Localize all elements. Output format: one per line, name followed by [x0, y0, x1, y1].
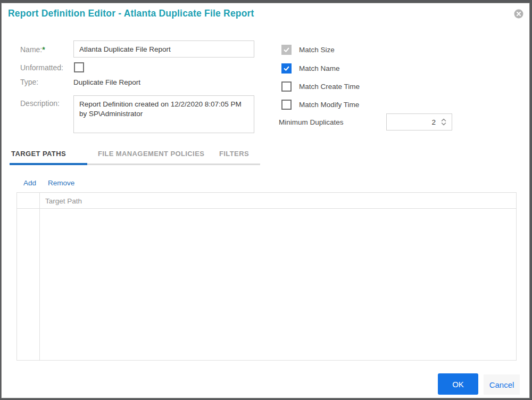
report-definition-editor-dialog: Report Definition Editor - Atlanta Dupli…: [1, 3, 530, 398]
remove-link[interactable]: Remove: [48, 179, 74, 187]
active-tab-underline: [10, 163, 87, 165]
tab-target-paths[interactable]: TARGET PATHS: [11, 150, 66, 158]
target-path-table: Target Path: [16, 192, 517, 361]
minimum-duplicates-spinner[interactable]: 2: [386, 113, 452, 130]
type-value: Duplicate File Report: [73, 78, 140, 86]
match-modify-time-row: Match Modify Time: [281, 99, 359, 110]
match-create-time-checkbox[interactable]: [281, 81, 292, 92]
tab-file-management-policies[interactable]: FILE MANAGEMENT POLICIES: [98, 150, 204, 158]
name-label: Name:*: [20, 45, 45, 54]
spinner-arrows-icon[interactable]: [441, 118, 446, 126]
description-label: Description:: [20, 99, 60, 108]
target-path-table-body[interactable]: [40, 209, 516, 360]
name-input[interactable]: [73, 40, 254, 58]
dialog-title: Report Definition Editor - Atlanta Dupli…: [8, 8, 254, 19]
match-size-row: Match Size: [281, 44, 335, 55]
match-size-checkbox[interactable]: [281, 45, 292, 55]
match-create-time-row: Match Create Time: [281, 81, 360, 92]
table-header-row: [17, 193, 516, 209]
unformatted-checkbox[interactable]: [74, 62, 84, 72]
required-indicator: *: [42, 45, 45, 54]
ok-button[interactable]: OK: [438, 373, 478, 395]
match-name-row: Match Name: [281, 63, 340, 74]
add-link[interactable]: Add: [23, 179, 36, 187]
cancel-button[interactable]: Cancel: [484, 374, 520, 395]
match-modify-time-label: Match Modify Time: [299, 101, 359, 109]
target-path-column-header: Target Path: [45, 197, 82, 205]
tab-filters[interactable]: FILTERS: [219, 150, 249, 158]
match-size-label: Match Size: [299, 46, 335, 54]
minimum-duplicates-value: 2: [431, 118, 436, 126]
match-create-time-label: Match Create Time: [299, 83, 360, 91]
type-label: Type:: [20, 78, 38, 86]
name-label-text: Name:: [20, 45, 42, 54]
description-textarea[interactable]: Report Definition created on 12/2/2020 8…: [73, 95, 254, 133]
match-name-label: Match Name: [299, 64, 340, 72]
minimum-duplicates-label: Minimum Duplicates: [279, 118, 344, 126]
match-modify-time-checkbox[interactable]: [281, 100, 292, 110]
close-icon[interactable]: [514, 9, 523, 19]
match-name-checkbox[interactable]: [281, 63, 292, 74]
table-selection-column: [17, 193, 40, 360]
unformatted-label: Unformatted:: [20, 63, 63, 72]
